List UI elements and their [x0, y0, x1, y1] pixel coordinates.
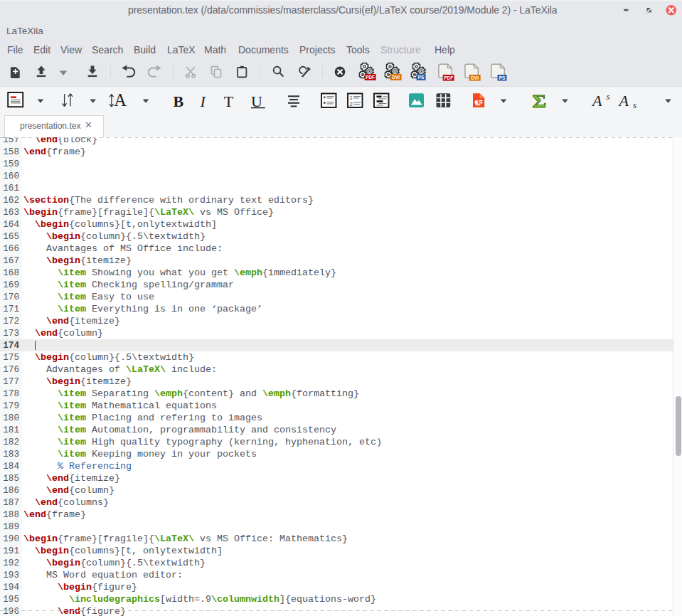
svg-text:PS: PS [499, 75, 506, 80]
svg-text:A: A [618, 92, 629, 110]
svg-text:PS: PS [418, 75, 425, 80]
svg-text:A: A [591, 92, 602, 110]
svg-text:PDF: PDF [444, 75, 453, 80]
svg-text:A: A [114, 90, 127, 110]
svg-text:I: I [200, 92, 207, 110]
svg-text:B: B [174, 92, 184, 110]
svg-text:2: 2 [350, 101, 353, 107]
svg-text:DVI: DVI [471, 75, 479, 80]
svg-text:s: s [607, 91, 610, 102]
svg-text:Σ: Σ [533, 91, 547, 112]
svg-text:T: T [224, 92, 234, 110]
svg-text:DVI: DVI [392, 75, 400, 80]
svg-text:s: s [633, 100, 636, 110]
svg-text:PDF: PDF [366, 75, 375, 80]
